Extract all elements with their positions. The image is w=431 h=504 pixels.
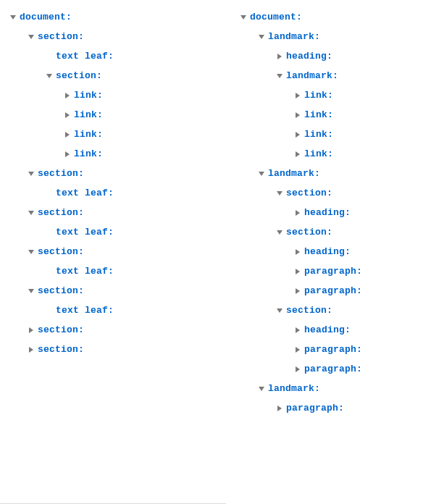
tree-row[interactable]: paragraph: (293, 281, 362, 301)
expand-toggle-icon[interactable] (257, 33, 266, 41)
colon: : (327, 305, 332, 316)
colon: : (332, 70, 338, 81)
colon: : (97, 90, 103, 101)
collapse-toggle-icon[interactable] (63, 130, 72, 139)
expand-toggle-icon[interactable] (257, 385, 266, 393)
collapse-toggle-icon[interactable] (63, 91, 72, 100)
tree-row[interactable]: paragraph: (293, 261, 362, 281)
collapse-toggle-icon[interactable] (293, 209, 302, 217)
tree-row[interactable]: section: (27, 203, 239, 222)
tree-row[interactable]: paragraph: (293, 359, 362, 379)
tree-row[interactable]: section: (275, 301, 362, 320)
colon: : (78, 324, 84, 335)
tree-row[interactable]: link: (293, 125, 362, 144)
collapse-toggle-icon[interactable] (293, 326, 302, 335)
tree-node: text leaf: (45, 301, 239, 320)
expand-toggle-icon[interactable] (27, 287, 35, 295)
tree-node-label: link (304, 109, 327, 120)
tree-row[interactable]: text leaf: (45, 222, 239, 242)
expand-toggle-icon[interactable] (27, 169, 35, 178)
expand-toggle-icon[interactable] (275, 189, 284, 198)
expand-toggle-icon[interactable] (257, 169, 266, 178)
tree-row[interactable]: text leaf: (45, 46, 239, 66)
tree-row[interactable]: text leaf: (45, 261, 239, 281)
colon: : (108, 227, 114, 238)
tree-row[interactable]: heading: (293, 203, 362, 222)
tree-node: link: (293, 85, 362, 105)
expand-toggle-icon[interactable] (27, 33, 35, 41)
colon: : (356, 266, 362, 277)
collapse-toggle-icon[interactable] (293, 150, 302, 159)
tree-row[interactable]: section: (27, 164, 239, 183)
tree-row[interactable]: section: (27, 281, 239, 301)
tree-row[interactable]: link: (293, 85, 362, 105)
tree-node: section:text leaf:section:link:link:link… (27, 27, 239, 164)
expand-toggle-icon[interactable] (275, 72, 284, 80)
tree-row[interactable]: section: (27, 242, 239, 261)
tree-node: landmark:section:heading:section:heading… (257, 164, 362, 379)
collapse-toggle-icon[interactable] (293, 130, 302, 139)
collapse-toggle-icon[interactable] (293, 365, 302, 374)
tree-row[interactable]: heading: (293, 242, 362, 261)
tree-row[interactable]: link: (63, 144, 239, 164)
tree-node-label: landmark (286, 70, 332, 81)
tree-node: landmark:heading:landmark:link:link:link… (257, 27, 362, 164)
tree-row[interactable]: section: (27, 320, 239, 340)
expand-toggle-icon[interactable] (27, 248, 35, 256)
tree-children: text leaf: (27, 301, 239, 320)
colon: : (96, 70, 102, 81)
collapse-toggle-icon[interactable] (63, 150, 72, 159)
tree-row[interactable]: landmark: (257, 27, 362, 46)
tree-row[interactable]: landmark: (275, 66, 362, 85)
collapse-toggle-icon[interactable] (293, 267, 302, 276)
tree-row[interactable]: section: (275, 222, 362, 242)
tree-row[interactable]: document: (9, 7, 239, 27)
collapse-toggle-icon[interactable] (293, 345, 302, 354)
collapse-toggle-icon[interactable] (63, 111, 72, 119)
expand-toggle-icon[interactable] (275, 306, 284, 315)
tree-node-label: paragraph (304, 364, 356, 374)
collapse-toggle-icon[interactable] (293, 287, 302, 295)
tree-row[interactable]: link: (293, 144, 362, 164)
tree-row[interactable]: link: (293, 105, 362, 125)
tree-row[interactable]: landmark: (257, 379, 362, 398)
tree-row[interactable]: paragraph: (293, 340, 362, 359)
tree-node: section:link:link:link:link: (45, 66, 239, 164)
tree-children: section:heading:section:heading:paragrap… (257, 183, 362, 379)
expand-toggle-icon[interactable] (27, 209, 35, 217)
tree-node-label: text leaf (56, 188, 108, 198)
collapse-toggle-icon[interactable] (293, 248, 302, 256)
tree-node: paragraph: (275, 398, 362, 418)
tree-row[interactable]: heading: (293, 320, 362, 340)
tree-children: heading:paragraph:paragraph: (275, 320, 362, 379)
collapse-toggle-icon[interactable] (293, 91, 302, 100)
tree-row[interactable]: text leaf: (45, 183, 239, 203)
tree-row[interactable]: document: (239, 7, 362, 27)
tree-row[interactable]: text leaf: (45, 301, 239, 320)
tree-row[interactable]: section: (45, 66, 239, 85)
tree-row[interactable]: section: (27, 27, 239, 46)
expand-toggle-icon[interactable] (45, 72, 54, 80)
tree-row[interactable]: paragraph: (275, 398, 362, 418)
tree-row[interactable]: section: (27, 340, 239, 359)
tree-node-label: section (56, 70, 96, 81)
collapse-toggle-icon[interactable] (27, 326, 35, 335)
colon: : (97, 148, 103, 159)
expand-toggle-icon[interactable] (239, 13, 248, 22)
collapse-toggle-icon[interactable] (275, 52, 284, 61)
tree-node: link: (63, 105, 239, 125)
collapse-toggle-icon[interactable] (27, 345, 35, 354)
tree-row[interactable]: link: (63, 125, 239, 144)
tree-row[interactable]: heading: (275, 46, 362, 66)
expand-toggle-icon[interactable] (275, 228, 284, 237)
colon: : (108, 51, 114, 62)
tree-row[interactable]: link: (63, 105, 239, 125)
collapse-toggle-icon[interactable] (293, 111, 302, 119)
tree-row[interactable]: landmark: (257, 164, 362, 183)
colon: : (314, 383, 320, 394)
collapse-toggle-icon[interactable] (275, 404, 284, 413)
colon: : (78, 344, 84, 355)
expand-toggle-icon[interactable] (9, 13, 17, 22)
tree-row[interactable]: section: (275, 183, 362, 203)
tree-row[interactable]: link: (63, 85, 239, 105)
